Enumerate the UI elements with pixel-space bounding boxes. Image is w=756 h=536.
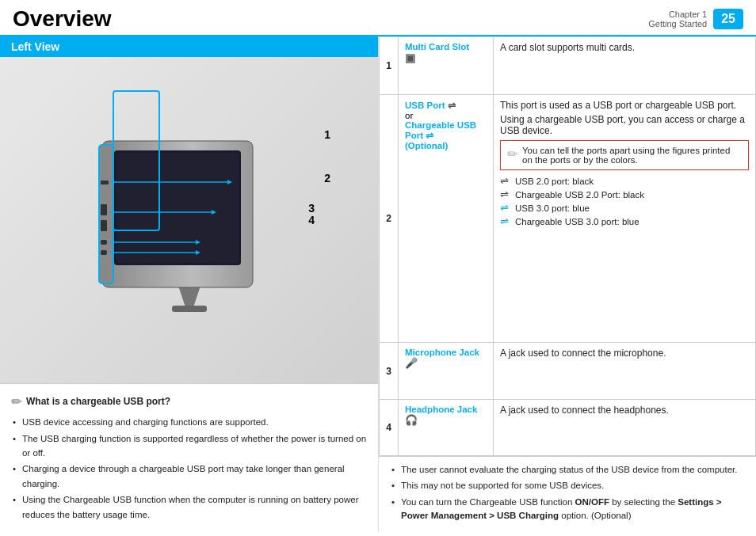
right-notes-list: The user cannot evaluate the charging st… — [390, 463, 745, 523]
page-title: Overview — [13, 6, 112, 32]
port-name: Headphone Jack 🎧 — [399, 399, 494, 455]
note-item: Charging a device through a chargeable U… — [11, 462, 367, 491]
chapter-label: Chapter 1 — [648, 10, 707, 19]
page-number: 25 — [713, 9, 743, 29]
bottom-notes: ✏ What is a chargeable USB port? USB dev… — [0, 383, 378, 531]
note-item: The USB charging function is supported r… — [11, 431, 367, 461]
callout-text: You can tell the ports apart using the f… — [522, 146, 742, 165]
device-illustration — [55, 117, 324, 323]
table-row: 2 USB Port ⇌ or Chargeable USB Port ⇌ (O… — [380, 95, 756, 343]
usb-icon: ⇌ — [500, 202, 509, 214]
port-number: 4 — [380, 399, 399, 455]
left-view-header: Left View — [0, 36, 378, 57]
usb-list-item: ⇌ Chargeable USB 3.0 port: blue — [500, 215, 749, 227]
note-title: ✏ What is a chargeable USB port? — [11, 392, 367, 412]
main-content: Left View — [0, 36, 756, 531]
chargeable-usb-note: ✏ What is a chargeable USB port? USB dev… — [0, 384, 378, 531]
port-number: 1 — [380, 37, 399, 95]
port-description: A card slot supports multi cards. — [494, 37, 756, 95]
usb-item-text: Chargeable USB 3.0 port: blue — [515, 217, 640, 226]
callout-1: 1 — [324, 128, 330, 141]
port-table: 1 Multi Card Slot ▣ A card slot supports… — [379, 36, 756, 456]
port-name-text: Microphone Jack — [405, 348, 487, 357]
table-row: 4 Headphone Jack 🎧 A jack used to connec… — [380, 399, 756, 455]
port-number: 2 — [380, 95, 399, 343]
usb-icon: ⇌ — [500, 188, 509, 200]
right-panel: 1 Multi Card Slot ▣ A card slot supports… — [379, 36, 756, 531]
right-note-item: The user cannot evaluate the charging st… — [390, 463, 745, 477]
port-name-text: Headphone Jack — [405, 405, 487, 414]
port-description: This port is used as a USB port or charg… — [494, 95, 756, 343]
port-icon: 🎧 — [405, 414, 487, 426]
table-row: 1 Multi Card Slot ▣ A card slot supports… — [380, 37, 756, 95]
port-description: A jack used to connect the microphone. — [494, 343, 756, 399]
svg-rect-6 — [101, 181, 109, 184]
port-number: 3 — [380, 343, 399, 399]
chapter-sub: Getting Started — [648, 19, 707, 29]
right-note-item: You can turn the Chargeable USB function… — [390, 496, 745, 523]
right-note-item: This may not be supported for some USB d… — [390, 479, 745, 492]
svg-rect-10 — [101, 250, 107, 255]
device-image-area: 1 2 3 4 — [0, 57, 378, 383]
port-name-optional: (Optional) — [405, 141, 487, 150]
port-name-text: USB Port ⇌ — [405, 100, 487, 111]
port-name: Multi Card Slot ▣ — [399, 37, 494, 95]
port-icon: ▣ — [405, 51, 487, 64]
usb-icon: ⇌ — [500, 175, 509, 187]
header-right: Chapter 1 Getting Started 25 — [648, 9, 743, 29]
callout-4: 4 — [308, 214, 315, 226]
usb-icon: ⇌ — [500, 215, 509, 227]
callout-box: ✏ You can tell the ports apart using the… — [500, 140, 749, 170]
usb-item-text: USB 2.0 port: black — [515, 177, 594, 186]
usb-item-text: USB 3.0 port: blue — [515, 203, 590, 213]
note-item: Using the Chargeable USB function when t… — [11, 492, 367, 522]
port-name-text: Multi Card Slot — [405, 42, 487, 51]
chargeable-icon: ⇌ — [426, 131, 433, 140]
note-list: USB device accessing and charging functi… — [11, 415, 367, 522]
svg-rect-4 — [116, 153, 239, 263]
usb-spec-list: ⇌ USB 2.0 port: black ⇌ Chargeable USB 2… — [500, 175, 749, 227]
usb-desc-text2: Using a chargeable USB port, you can acc… — [500, 114, 749, 136]
usb-list-item: ⇌ USB 3.0 port: blue — [500, 202, 749, 214]
port-name-chargeable: Chargeable USB Port ⇌ — [405, 120, 487, 141]
port-icon: 🎤 — [405, 357, 487, 369]
port-name-or: or — [405, 111, 487, 120]
svg-rect-7 — [101, 204, 107, 215]
svg-rect-9 — [101, 240, 107, 245]
table-row: 3 Microphone Jack 🎤 A jack used to conne… — [380, 343, 756, 399]
note-title-text: What is a chargeable USB port? — [26, 394, 170, 409]
note-item: USB device accessing and charging functi… — [11, 415, 367, 429]
port-description: A jack used to connect the headphones. — [494, 399, 756, 455]
usb-list-item: ⇌ Chargeable USB 2.0 Port: black — [500, 188, 749, 200]
usb-desc-text: This port is used as a USB port or charg… — [500, 100, 749, 111]
bottom-right-notes: The user cannot evaluate the charging st… — [379, 456, 756, 531]
pencil-icon: ✏ — [507, 146, 517, 162]
left-panel: Left View — [0, 36, 379, 531]
port-name: Microphone Jack 🎤 — [399, 343, 494, 399]
svg-rect-8 — [101, 220, 107, 231]
chapter-info: Chapter 1 Getting Started — [648, 10, 707, 29]
usb-icon-small: ⇌ — [448, 100, 456, 111]
usb-list-item: ⇌ USB 2.0 port: black — [500, 175, 749, 187]
svg-rect-1 — [172, 306, 207, 312]
callout-3: 3 — [308, 202, 315, 215]
port-name: USB Port ⇌ or Chargeable USB Port ⇌ (Opt… — [399, 95, 494, 343]
callout-2: 2 — [324, 172, 330, 184]
pencil-icon: ✏ — [11, 392, 21, 412]
page-header: Overview Chapter 1 Getting Started 25 — [0, 0, 756, 36]
usb-item-text: Chargeable USB 2.0 Port: black — [515, 190, 644, 200]
